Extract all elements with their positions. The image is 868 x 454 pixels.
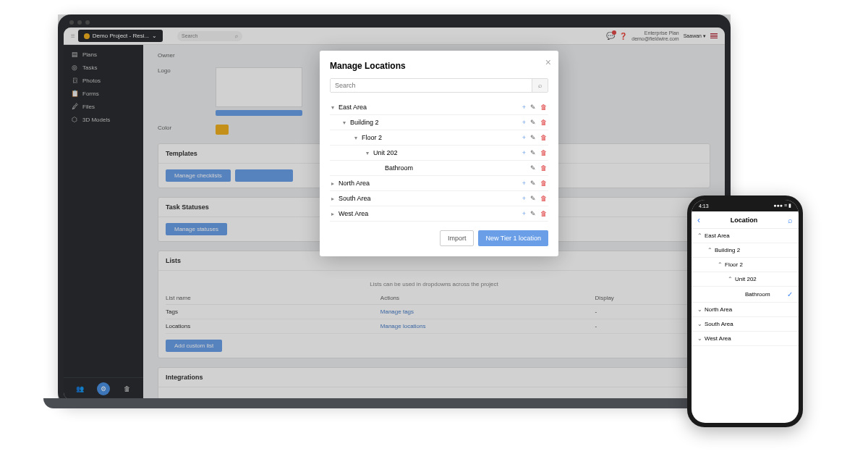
phone-status-icons: ●●● ≡ ▮ [773,203,791,209]
phone-title: Location [731,217,758,224]
caret-icon[interactable]: ▸ [331,180,339,187]
import-button[interactable]: Import [440,230,475,246]
add-icon[interactable]: + [522,104,526,111]
delete-icon[interactable]: 🗑 [540,164,547,172]
caret-icon[interactable]: ⌃ [728,276,735,282]
caret-icon[interactable]: ⌄ [697,306,705,313]
caret-icon[interactable]: ⌃ [697,232,705,239]
back-icon[interactable]: ‹ [697,215,700,225]
location-row[interactable]: ▾Building 2+✎🗑 [330,115,548,130]
location-row[interactable]: Bathroom✎🗑 [330,161,548,176]
location-name: West Area [339,210,522,217]
edit-icon[interactable]: ✎ [530,104,536,111]
new-tier1-location-button[interactable]: New Tier 1 location [478,230,548,246]
location-row[interactable]: ▸West Area+✎🗑 [330,206,548,222]
delete-icon[interactable]: 🗑 [540,104,547,111]
location-name: Unit 202 [735,276,793,282]
location-name: Bathroom [745,291,787,298]
location-row[interactable]: ▾Unit 202+✎🗑 [330,146,548,161]
location-name: South Area [705,321,793,327]
delete-icon[interactable]: 🗑 [540,119,547,126]
edit-icon[interactable]: ✎ [530,149,536,156]
caret-icon[interactable]: ⌄ [697,335,705,342]
location-name: Unit 202 [373,149,522,156]
check-icon: ✓ [787,290,793,298]
location-row[interactable]: ▾East Area+✎🗑 [330,100,548,115]
phone-location-row[interactable]: ⌃Floor 2 [692,258,799,272]
delete-icon[interactable]: 🗑 [540,134,547,141]
caret-icon[interactable]: ⌃ [718,261,725,268]
location-row[interactable]: ▾Floor 2+✎🗑 [330,130,548,146]
add-icon[interactable]: + [522,210,526,217]
phone-location-row[interactable]: ⌄North Area [692,303,799,317]
close-icon[interactable]: × [545,56,551,68]
caret-icon[interactable]: ⌄ [697,321,705,327]
phone-location-row[interactable]: Bathroom✓ [692,287,799,303]
caret-icon[interactable]: ▾ [354,135,362,141]
location-name: Floor 2 [725,261,793,268]
location-name: East Area [339,104,522,111]
location-name: North Area [339,180,522,187]
search-icon[interactable]: ⌕ [788,216,793,224]
caret-icon[interactable]: ▸ [331,196,339,202]
phone-location-row[interactable]: ⌄South Area [692,317,799,332]
caret-icon[interactable]: ⌃ [707,247,715,253]
search-icon[interactable]: ⌕ [532,79,548,92]
delete-icon[interactable]: 🗑 [540,149,547,156]
delete-icon[interactable]: 🗑 [540,180,547,187]
location-name: South Area [339,195,522,202]
manage-locations-modal: × Manage Locations ⌕ ▾East Area+✎🗑▾Build… [320,51,558,256]
phone-location-row[interactable]: ⌃Unit 202 [692,272,799,287]
edit-icon[interactable]: ✎ [530,119,536,126]
phone-location-row[interactable]: ⌄West Area [692,332,799,346]
location-name: West Area [705,335,793,342]
add-icon[interactable]: + [522,119,526,126]
edit-icon[interactable]: ✎ [530,134,536,141]
add-icon[interactable]: + [522,195,526,202]
caret-icon[interactable]: ▾ [331,104,339,111]
delete-icon[interactable]: 🗑 [540,195,547,202]
add-icon[interactable]: + [522,149,526,156]
modal-title: Manage Locations [330,61,548,71]
edit-icon[interactable]: ✎ [530,164,536,172]
add-icon[interactable]: + [522,134,526,141]
edit-icon[interactable]: ✎ [530,210,536,217]
location-name: Building 2 [350,119,522,126]
caret-icon[interactable]: ▾ [366,150,373,156]
delete-icon[interactable]: 🗑 [540,210,547,217]
location-name: Floor 2 [362,134,522,141]
phone-time: 4:13 [699,203,709,209]
caret-icon[interactable]: ▸ [331,211,339,217]
phone-location-row[interactable]: ⌃Building 2 [692,243,799,258]
location-search-input[interactable] [331,79,532,92]
phone-location-row[interactable]: ⌃East Area [692,229,799,243]
add-icon[interactable]: + [522,180,526,187]
location-row[interactable]: ▸North Area+✎🗑 [330,176,548,191]
edit-icon[interactable]: ✎ [530,195,536,202]
location-name: Bathroom [385,164,530,172]
caret-icon[interactable]: ▾ [343,119,350,126]
location-row[interactable]: ▸South Area+✎🗑 [330,191,548,206]
location-name: East Area [705,232,793,239]
location-name: North Area [705,306,793,313]
location-name: Building 2 [715,247,793,253]
edit-icon[interactable]: ✎ [530,180,536,187]
